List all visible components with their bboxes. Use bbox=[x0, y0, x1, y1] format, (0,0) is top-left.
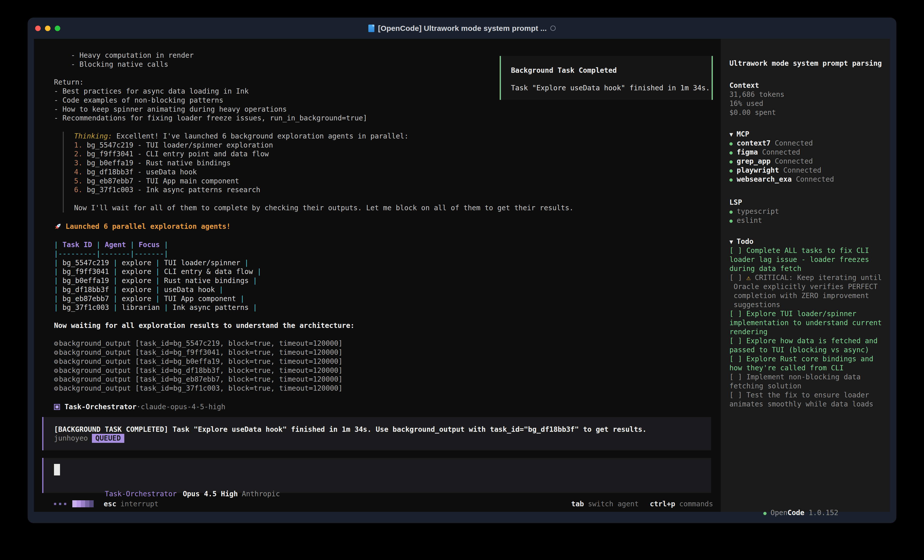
collapse-icon: ▼ bbox=[729, 131, 733, 138]
launch-text: Launched 6 parallel exploration agents! bbox=[66, 222, 231, 231]
todo-list: [ ] Complete ALL tasks to fix CLIloader … bbox=[729, 246, 890, 409]
context-stats: 31,686 tokens16% used$0.00 spent bbox=[729, 90, 890, 117]
text-line: ⚙background_output [task_id=bg_5547c219,… bbox=[54, 339, 721, 348]
conversation-flow: - Heavy computation in render - Blocking… bbox=[34, 39, 721, 493]
text-line: figma Connected bbox=[729, 148, 890, 157]
text-line: | bg_b0effa19 | explore | Rust native bi… bbox=[54, 276, 721, 285]
text-line: | Task ID | Agent | Focus | bbox=[54, 240, 721, 249]
app-name-bold: Code bbox=[788, 509, 804, 517]
lsp-section: LSP typescripteslint bbox=[729, 198, 890, 225]
text-line: Now I'll wait for all of them to complet… bbox=[74, 204, 721, 213]
zoom-button[interactable] bbox=[55, 25, 60, 31]
rocket-icon bbox=[54, 222, 62, 230]
text-line: - How to keep spinner animating during h… bbox=[54, 105, 721, 114]
mcp-label: MCP bbox=[736, 130, 749, 138]
sidebar: Ultrawork mode system prompt parsing Con… bbox=[721, 39, 890, 512]
meta-dot-separator: · bbox=[136, 403, 141, 411]
input-provider: Anthropic bbox=[242, 490, 280, 498]
tab-hint: tabswitch agent bbox=[571, 500, 639, 508]
text-line: eslint bbox=[729, 216, 890, 225]
task-user-row: junhoyeoQUEUED bbox=[54, 434, 711, 443]
window-title-group: [OpenCode] Ultrawork mode system prompt … bbox=[368, 24, 555, 33]
commands-hint: ctrl+pcommands bbox=[650, 500, 713, 508]
window-title: [OpenCode] Ultrawork mode system prompt … bbox=[378, 24, 547, 33]
cmd-label: commands bbox=[679, 500, 713, 508]
status-right: tabswitch agent ctrl+pcommands bbox=[560, 500, 713, 508]
task-user: junhoyeo bbox=[54, 434, 88, 442]
collapse-icon: ▼ bbox=[729, 238, 733, 246]
text-line: | bg_5547c219 | explore | TUI loader/spi… bbox=[54, 258, 721, 268]
context-section: Context 31,686 tokens16% used$0.00 spent bbox=[729, 81, 890, 117]
app-window: [OpenCode] Ultrawork mode system prompt … bbox=[28, 18, 896, 523]
version-footer: OpenCode 1.0.152 bbox=[729, 499, 838, 508]
text-line: 1. bg_5547c219 - TUI loader/spinner expl… bbox=[74, 141, 721, 150]
status-left: esc interrupt bbox=[54, 500, 158, 508]
text-line: ⚙background_output [task_id=bg_eb87ebb7,… bbox=[54, 375, 721, 384]
input-panel[interactable]: Task-OrchestratorOpus 4.5 HighAnthropic bbox=[42, 458, 711, 493]
text-line: ⚙background_output [task_id=bg_f9ff3041,… bbox=[54, 348, 721, 357]
status-bar: esc interrupt tabswitch agent ctrl+pcomm… bbox=[54, 499, 713, 508]
close-button[interactable] bbox=[35, 25, 40, 31]
text-line: [ ] Implement non-blocking data bbox=[729, 373, 890, 382]
queued-badge: QUEUED bbox=[92, 434, 124, 443]
app-version: 1.0.152 bbox=[804, 509, 838, 517]
text-line: passed to TUI (blocking vs async) bbox=[729, 346, 890, 355]
terminal-main: - Heavy computation in render - Blocking… bbox=[34, 39, 721, 512]
text-line: 6. bg_37f1c003 - Ink async patterns rese… bbox=[74, 186, 721, 195]
text-line: - Recommendations for fixing loader free… bbox=[54, 114, 721, 123]
notification-title: Background Task Completed bbox=[511, 66, 712, 75]
input-model-row: Task-OrchestratorOpus 4.5 HighAnthropic bbox=[54, 481, 711, 490]
input-agent-name[interactable]: Task-Orchestrator bbox=[105, 490, 177, 498]
agent-meta: Task-Orchestrator · claude-opus-4-5-high bbox=[54, 402, 721, 412]
tool-call-list: ⚙background_output [task_id=bg_5547c219,… bbox=[54, 339, 721, 393]
text-line: playwright Connected bbox=[729, 166, 890, 175]
lsp-list: typescripteslint bbox=[729, 207, 890, 225]
text-cursor bbox=[54, 464, 60, 475]
text-line: ⚙background_output [task_id=bg_df18bb3f,… bbox=[54, 366, 721, 375]
task-message: [BACKGROUND TASK COMPLETED] Task "Explor… bbox=[54, 425, 711, 434]
sidebar-title: Ultrawork mode system prompt parsing bbox=[729, 59, 890, 68]
text-line: Thinking: Excellent! I've launched 6 bac… bbox=[74, 132, 721, 141]
todo-header[interactable]: ▼Todo bbox=[729, 237, 890, 246]
agent-model: claude-opus-4-5-high bbox=[141, 403, 225, 411]
text-line: Oracle explicitly verifies PERFECT bbox=[729, 282, 890, 291]
text-line: animates smoothly while data loads bbox=[729, 400, 890, 409]
text-line: implementation to understand current bbox=[729, 318, 890, 328]
text-line bbox=[74, 195, 721, 204]
text-line: suggestions bbox=[729, 300, 890, 309]
text-line: [ ] Explore Rust core bindings and bbox=[729, 355, 890, 364]
esc-label: interrupt bbox=[120, 500, 159, 508]
text-line: grep_app Connected bbox=[729, 157, 890, 166]
text-line: [ ] Explore how data is fetched and bbox=[729, 337, 890, 346]
minimize-button[interactable] bbox=[45, 25, 51, 31]
title-bar: [OpenCode] Ultrawork mode system prompt … bbox=[28, 18, 896, 39]
text-line: completion with ZERO improvement bbox=[729, 291, 890, 300]
text-line: | bg_df18bb3f | explore | useData hook | bbox=[54, 285, 721, 294]
status-dot-icon bbox=[763, 512, 766, 515]
text-line: 4. bg_df18bb3f - useData hook bbox=[74, 168, 721, 177]
cmd-key: ctrl+p bbox=[650, 500, 675, 508]
activity-gradient-icon bbox=[72, 500, 94, 507]
text-line: 3. bg_b0effa19 - Rust native bindings bbox=[74, 159, 721, 168]
text-line: typescript bbox=[729, 207, 890, 216]
thinking-block: Thinking: Excellent! I've launched 6 bac… bbox=[63, 132, 721, 213]
launch-line: Launched 6 parallel exploration agents! bbox=[54, 221, 721, 231]
input-model[interactable]: Opus 4.5 High bbox=[183, 490, 238, 498]
text-line: [ ] Explore TUI loader/spinner bbox=[729, 309, 890, 318]
notification-toast[interactable]: Background Task Completed Task "Explore … bbox=[500, 56, 713, 100]
text-line: context7 Connected bbox=[729, 139, 890, 148]
text-line: $0.00 spent bbox=[729, 108, 890, 117]
bg-completed-panel: [BACKGROUND TASK COMPLETED] Task "Explor… bbox=[42, 417, 711, 451]
text-line: [ ] Test the fix to ensure loader bbox=[729, 391, 890, 400]
agents-table: | Task ID | Agent | Focus ||---------|--… bbox=[54, 240, 721, 312]
traffic-lights bbox=[35, 18, 60, 39]
text-line: rendering bbox=[729, 328, 890, 337]
mcp-header[interactable]: ▼MCP bbox=[729, 130, 890, 139]
text-line: ⚙background_output [task_id=bg_37f1c003,… bbox=[54, 384, 721, 393]
document-icon bbox=[368, 25, 374, 32]
agent-square-icon bbox=[54, 404, 60, 410]
agent-name: Task-Orchestrator bbox=[64, 403, 136, 411]
text-line: |---------|-------|-------| bbox=[54, 249, 721, 258]
text-line: 5. bg_eb87ebb7 - TUI App main component bbox=[74, 177, 721, 186]
todo-label: Todo bbox=[736, 237, 753, 246]
